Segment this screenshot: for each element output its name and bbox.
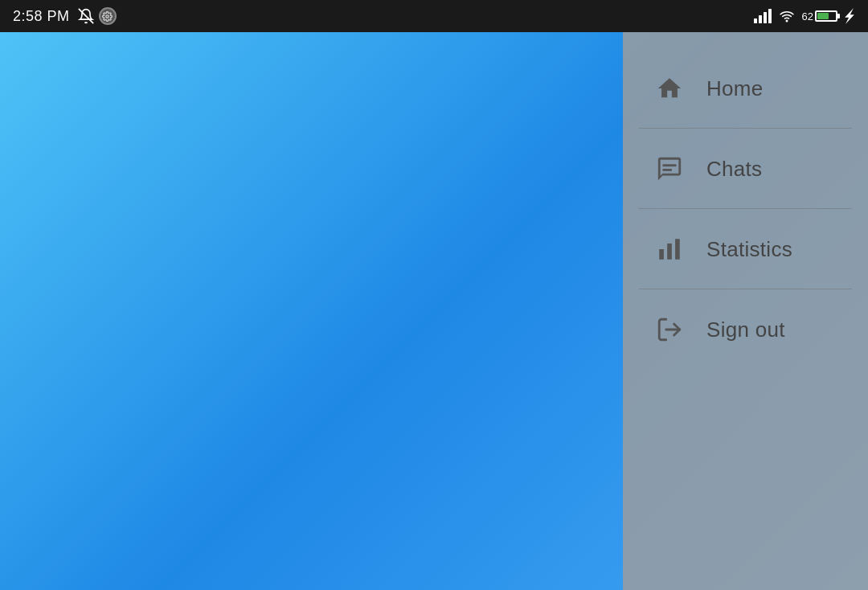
svg-marker-7: [845, 8, 854, 24]
svg-rect-8: [663, 164, 677, 166]
home-label: Home: [706, 76, 764, 101]
svg-point-6: [786, 20, 788, 22]
svg-point-1: [106, 14, 108, 17]
battery-box: [815, 10, 837, 22]
mute-icon: [78, 8, 94, 24]
signout-label: Sign out: [706, 318, 785, 342]
menu-item-chats[interactable]: Chats: [623, 129, 868, 209]
svg-rect-12: [675, 239, 680, 260]
battery-percent: 62: [802, 10, 813, 23]
menu-item-statistics[interactable]: Statistics: [623, 209, 868, 289]
menu-item-signout[interactable]: Sign out: [623, 289, 868, 370]
battery-indicator: 62: [802, 10, 837, 23]
settings-icon: [99, 7, 117, 25]
svg-rect-10: [659, 249, 664, 260]
chat-icon: [655, 154, 684, 183]
svg-rect-5: [768, 9, 772, 23]
status-time: 2:58 PM: [13, 8, 70, 25]
svg-rect-4: [764, 12, 767, 23]
svg-rect-3: [759, 15, 762, 23]
status-bar-left: 2:58 PM: [13, 7, 117, 25]
charging-icon: [844, 8, 855, 24]
svg-line-0: [78, 9, 92, 23]
svg-rect-2: [754, 18, 757, 23]
chats-label: Chats: [706, 157, 762, 182]
status-icons-left: [78, 7, 117, 25]
wifi-icon: [778, 9, 796, 23]
menu-item-home[interactable]: Home: [623, 48, 868, 129]
svg-rect-11: [667, 244, 672, 260]
signout-icon: [655, 315, 684, 344]
home-icon: [655, 74, 684, 103]
status-bar-right: 62: [754, 8, 855, 24]
battery-fill: [817, 13, 829, 19]
signal-icon: [754, 9, 772, 23]
statistics-icon: [655, 235, 684, 264]
status-bar: 2:58 PM: [0, 0, 868, 32]
statistics-label: Statistics: [706, 237, 792, 262]
nav-drawer: Home Chats Statistics: [623, 32, 868, 590]
svg-rect-9: [663, 169, 672, 171]
